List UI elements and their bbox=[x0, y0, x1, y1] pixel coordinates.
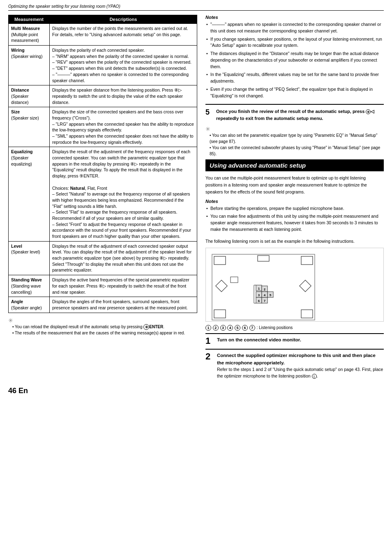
tip-symbol-2: ✳ bbox=[205, 126, 210, 132]
svg-rect-8 bbox=[231, 277, 238, 283]
note-item: "———" appears when no speaker is connect… bbox=[205, 21, 384, 35]
svg-text:3: 3 bbox=[258, 293, 260, 297]
advanced-note-item: Before starting the operations, prepare … bbox=[205, 205, 384, 212]
legend-4: 4 bbox=[227, 325, 233, 331]
table-row-desc: Displays the speaker distance from the l… bbox=[50, 85, 197, 107]
svg-rect-2 bbox=[301, 256, 313, 265]
table-row-desc: Displays the angles of the front speaker… bbox=[50, 297, 197, 313]
legend-1: 1 bbox=[205, 325, 211, 331]
tip-item-1: • You can reload the displayed result of… bbox=[8, 324, 197, 330]
advanced-section-heading: Using advanced automatic setup bbox=[205, 159, 384, 171]
tip-symbol: ✳ bbox=[8, 317, 13, 324]
table-row-desc: Displays the active band frequencies of … bbox=[50, 275, 197, 297]
svg-rect-5 bbox=[216, 280, 227, 292]
tip2-item-1: • You can also set the parametric equali… bbox=[205, 132, 384, 145]
notes-list: "———" appears when no speaker is connect… bbox=[205, 21, 384, 99]
svg-text:2: 2 bbox=[264, 288, 266, 291]
instructions-intro: The following listening room is set as t… bbox=[205, 238, 384, 245]
btn-9-icon: ⑨ bbox=[366, 109, 371, 114]
tip-text-2: • You can also set the parametric equali… bbox=[205, 132, 384, 157]
svg-rect-1 bbox=[214, 256, 226, 265]
legend-6: 6 bbox=[242, 325, 248, 331]
legend-2: 2 bbox=[213, 325, 219, 331]
legend-7: 7 bbox=[249, 325, 255, 331]
svg-text:1: 1 bbox=[258, 287, 260, 290]
step-5-block: 5 Once you finish the review of the resu… bbox=[205, 104, 384, 122]
step-5-number: 5 bbox=[205, 108, 210, 117]
svg-rect-7 bbox=[258, 256, 269, 261]
step-title: Turn on the connected video monitor. bbox=[217, 336, 384, 343]
legend-5: 5 bbox=[235, 325, 240, 331]
note-item: Even if you change the setting of "PEQ S… bbox=[205, 86, 384, 99]
page-number: 46 En bbox=[8, 387, 384, 395]
table-row-name: Equalizing(Speaker equalizing) bbox=[9, 147, 50, 241]
advanced-notes-title: Notes bbox=[205, 199, 384, 204]
tip-block-1: ✳ • You can reload the displayed result … bbox=[8, 317, 197, 336]
left-column: Measurement Descriptions Multi Measure(M… bbox=[8, 15, 197, 382]
advanced-notes-section: Notes Before starting the operations, pr… bbox=[205, 199, 384, 233]
tip2-item-2: • You can set the connected subwoofer ph… bbox=[205, 145, 384, 157]
step-number: 1 bbox=[205, 336, 214, 345]
right-column: Notes "———" appears when no speaker is c… bbox=[205, 15, 384, 382]
svg-rect-6 bbox=[300, 280, 311, 292]
tip-text: • You can reload the displayed result of… bbox=[8, 324, 197, 336]
advanced-notes-list: Before starting the operations, prepare … bbox=[205, 205, 384, 233]
steps-container: 1 Turn on the connected video monitor. 2… bbox=[205, 333, 384, 379]
legend-3: 3 bbox=[220, 325, 226, 331]
room-diagram: 1 2 3 4 5 6 7 bbox=[205, 248, 384, 322]
table-row-desc: Displays the polarity of each connected … bbox=[50, 46, 197, 85]
col-descriptions: Descriptions bbox=[50, 15, 197, 24]
notes-section-left: Notes "———" appears when no speaker is c… bbox=[205, 15, 384, 99]
measurement-table: Measurement Descriptions Multi Measure(M… bbox=[8, 15, 197, 313]
step-1-block: 1 Turn on the connected video monitor. bbox=[205, 333, 384, 345]
note-item: If you change speakers, speaker position… bbox=[205, 36, 384, 49]
step-number: 2 bbox=[205, 352, 214, 379]
table-row-name: Angle(Speaker angle) bbox=[9, 297, 50, 313]
room-diagram-svg: 1 2 3 4 5 6 7 bbox=[210, 252, 317, 322]
table-row-desc: Displays the result of the adjustment of… bbox=[50, 241, 197, 275]
table-row-name: Distance(Speaker distance) bbox=[9, 85, 50, 107]
step-content: Connect the supplied optimizer microphon… bbox=[217, 352, 384, 379]
advanced-section-body: You can use the multiple-point measureme… bbox=[205, 175, 384, 195]
diagram-legend: 1 2 3 4 5 6 7 : Listening positions bbox=[205, 325, 384, 331]
notes-title: Notes bbox=[205, 15, 384, 20]
tip-block-2: ✳ • You can also set the parametric equa… bbox=[205, 126, 384, 157]
table-row-desc: Displays the number of the points the me… bbox=[50, 24, 197, 46]
svg-rect-3 bbox=[214, 310, 226, 318]
step-2-block: 2 Connect the supplied optimizer microph… bbox=[205, 349, 384, 379]
svg-text:5: 5 bbox=[270, 293, 272, 297]
table-row-name: Size(Speaker size) bbox=[9, 107, 50, 147]
enter-icon: ⑨ bbox=[143, 324, 149, 330]
svg-rect-4 bbox=[301, 310, 313, 318]
col-measurement: Measurement bbox=[9, 15, 50, 24]
table-row-name: Level(Speaker level) bbox=[9, 241, 50, 275]
advanced-note-item: You can make fine adjustments of this un… bbox=[205, 213, 384, 233]
step-content: Turn on the connected video monitor. bbox=[217, 336, 384, 345]
svg-text:4: 4 bbox=[264, 293, 266, 297]
table-row-desc: Displays the size of the connected speak… bbox=[50, 107, 197, 147]
svg-text:6: 6 bbox=[258, 299, 260, 303]
table-row-name: Multi Measure(Multiple point measurement… bbox=[9, 24, 50, 46]
table-row-name: Wiring(Speaker wiring) bbox=[9, 46, 50, 85]
step-5-text: Once you finish the review of the result… bbox=[216, 108, 384, 122]
tip-item-2: • The results of the measurement that ar… bbox=[8, 330, 197, 336]
note-item: In the "Equalizing" results, different v… bbox=[205, 71, 384, 85]
svg-text:7: 7 bbox=[264, 299, 266, 303]
table-row-name: Standing Wave(Standing wave cancelling) bbox=[9, 275, 50, 297]
table-row-desc: Displays the result of the adjustment of… bbox=[50, 147, 197, 241]
step-title: Connect the supplied optimizer microphon… bbox=[217, 352, 384, 366]
note-item: The distances displayed in the "Distance… bbox=[205, 51, 384, 70]
step-detail: Refer to the steps 1 and 2 of "Using the… bbox=[217, 366, 384, 380]
page-header: Optimizing the speaker setting for your … bbox=[8, 4, 384, 11]
